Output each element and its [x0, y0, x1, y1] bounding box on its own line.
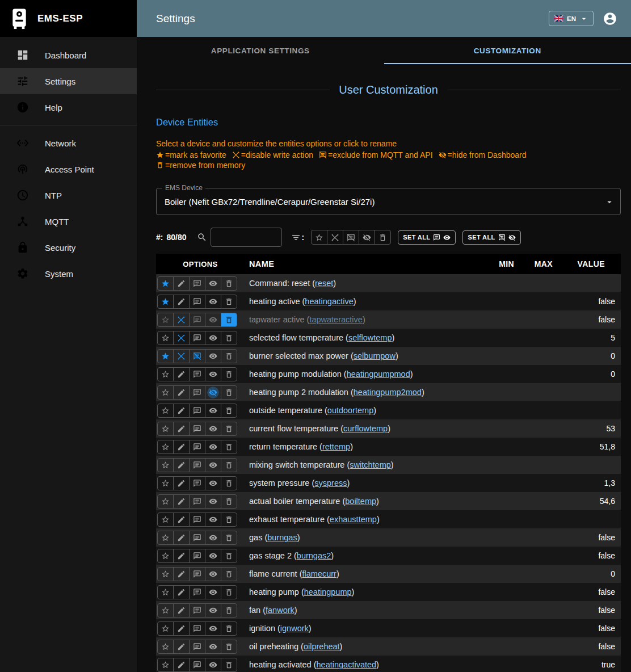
filter-remove-button[interactable] — [375, 230, 391, 245]
entity-shortname-link[interactable]: heatingpump2mod — [354, 388, 422, 397]
mqtt-exclude-toggle[interactable] — [189, 422, 205, 436]
write-toggle[interactable] — [173, 621, 190, 636]
mqtt-exclude-toggle[interactable] — [189, 313, 205, 327]
hide-toggle[interactable] — [205, 385, 221, 400]
hide-toggle[interactable] — [205, 404, 221, 418]
mqtt-exclude-toggle[interactable] — [189, 476, 205, 490]
favorite-toggle[interactable] — [157, 367, 174, 381]
mqtt-exclude-toggle[interactable] — [189, 367, 205, 381]
favorite-toggle[interactable] — [157, 331, 174, 345]
sidebar-item-settings[interactable]: Settings — [0, 68, 137, 94]
mqtt-exclude-toggle[interactable] — [189, 295, 205, 309]
write-toggle[interactable] — [173, 404, 190, 418]
hide-toggle[interactable] — [205, 603, 221, 618]
remove-toggle[interactable] — [221, 367, 237, 381]
remove-toggle[interactable] — [221, 313, 237, 327]
filter-write-off-button[interactable] — [327, 230, 343, 245]
mqtt-exclude-toggle[interactable] — [189, 658, 205, 672]
hide-toggle[interactable] — [205, 422, 221, 436]
remove-toggle[interactable] — [221, 658, 237, 672]
hide-toggle[interactable] — [205, 585, 221, 599]
write-toggle[interactable] — [173, 603, 190, 618]
entity-shortname-link[interactable]: tapwateractive — [309, 315, 363, 324]
favorite-toggle[interactable] — [157, 621, 174, 636]
hide-toggle[interactable] — [205, 331, 221, 345]
sidebar-item-access-point[interactable]: Access Point — [0, 156, 137, 182]
mqtt-exclude-toggle[interactable] — [189, 331, 205, 345]
remove-toggle[interactable] — [221, 385, 237, 400]
sidebar-item-network[interactable]: Network — [0, 130, 137, 156]
mqtt-exclude-toggle[interactable] — [189, 404, 205, 418]
entity-shortname-link[interactable]: switchtemp — [350, 460, 391, 469]
favorite-toggle[interactable] — [157, 404, 174, 418]
mqtt-exclude-toggle[interactable] — [189, 513, 205, 527]
hide-toggle[interactable] — [205, 531, 221, 545]
favorite-toggle[interactable] — [157, 440, 174, 454]
search-input[interactable] — [211, 228, 282, 247]
entity-shortname-link[interactable]: fanwork — [266, 606, 295, 615]
write-toggle[interactable] — [173, 385, 190, 400]
remove-toggle[interactable] — [221, 549, 237, 563]
hide-toggle[interactable] — [205, 621, 221, 636]
entity-shortname-link[interactable]: heatingpumpmod — [347, 369, 410, 379]
write-toggle[interactable] — [173, 313, 190, 327]
sidebar-item-mqtt[interactable]: MQTT — [0, 208, 137, 234]
favorite-toggle[interactable] — [157, 531, 174, 545]
write-toggle[interactable] — [173, 567, 190, 581]
sidebar-item-security[interactable]: Security — [0, 234, 137, 261]
entity-shortname-link[interactable]: reset — [315, 279, 333, 288]
favorite-toggle[interactable] — [157, 458, 174, 472]
write-toggle[interactable] — [173, 295, 190, 309]
entity-shortname-link[interactable]: syspress — [314, 478, 347, 488]
mqtt-exclude-toggle[interactable] — [189, 567, 205, 581]
sidebar-item-system[interactable]: System — [0, 261, 137, 287]
favorite-toggle[interactable] — [157, 313, 174, 327]
hide-toggle[interactable] — [205, 567, 221, 581]
hide-toggle[interactable] — [205, 349, 221, 363]
mqtt-exclude-toggle[interactable] — [189, 585, 205, 599]
favorite-toggle[interactable] — [157, 295, 174, 309]
set-all-hidden-button[interactable]: SET ALL — [462, 230, 520, 245]
favorite-toggle[interactable] — [157, 603, 174, 618]
entity-shortname-link[interactable]: ignwork — [280, 624, 309, 633]
sidebar-item-ntp[interactable]: NTP — [0, 182, 137, 208]
favorite-toggle[interactable] — [157, 585, 174, 599]
tab-customization[interactable]: CUSTOMIZATION — [384, 37, 631, 64]
write-toggle[interactable] — [173, 549, 190, 563]
write-toggle[interactable] — [173, 476, 190, 490]
ems-device-select[interactable]: EMS Device Boiler (Nefit GBx72/Trendline… — [156, 188, 621, 215]
mqtt-exclude-toggle[interactable] — [189, 531, 205, 545]
tab-application-settings[interactable]: APPLICATION SETTINGS — [137, 37, 384, 64]
entity-shortname-link[interactable]: burngas2 — [297, 551, 331, 560]
hide-toggle[interactable] — [205, 276, 221, 291]
entity-shortname-link[interactable]: oilpreheat — [304, 642, 340, 651]
remove-toggle[interactable] — [221, 422, 237, 436]
remove-toggle[interactable] — [221, 640, 237, 654]
favorite-toggle[interactable] — [157, 640, 174, 654]
entity-shortname-link[interactable]: burngas — [267, 533, 297, 542]
favorite-toggle[interactable] — [157, 567, 174, 581]
entity-shortname-link[interactable]: rettemp — [322, 442, 350, 451]
favorite-toggle[interactable] — [157, 513, 174, 527]
mqtt-exclude-toggle[interactable] — [189, 549, 205, 563]
write-toggle[interactable] — [173, 531, 190, 545]
mqtt-exclude-toggle[interactable] — [189, 276, 205, 291]
remove-toggle[interactable] — [221, 494, 237, 509]
language-selector[interactable]: EN — [549, 11, 594, 26]
favorite-toggle[interactable] — [157, 658, 174, 672]
remove-toggle[interactable] — [221, 331, 237, 345]
write-toggle[interactable] — [173, 513, 190, 527]
hide-toggle[interactable] — [205, 513, 221, 527]
entity-shortname-link[interactable]: selflowtemp — [348, 333, 392, 342]
favorite-toggle[interactable] — [157, 276, 174, 291]
entity-shortname-link[interactable]: exhausttemp — [330, 515, 377, 524]
remove-toggle[interactable] — [221, 276, 237, 291]
write-toggle[interactable] — [173, 331, 190, 345]
mqtt-exclude-toggle[interactable] — [189, 640, 205, 654]
favorite-toggle[interactable] — [157, 494, 174, 509]
entity-shortname-link[interactable]: flamecurr — [302, 569, 336, 578]
remove-toggle[interactable] — [221, 295, 237, 309]
entity-shortname-link[interactable]: boiltemp — [345, 497, 376, 506]
remove-toggle[interactable] — [221, 585, 237, 599]
write-toggle[interactable] — [173, 640, 190, 654]
